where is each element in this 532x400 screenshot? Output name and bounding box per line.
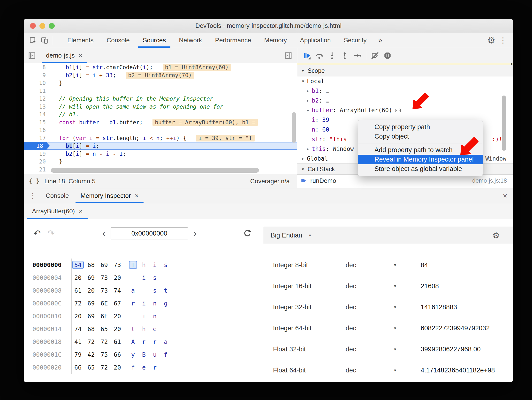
- close-window-button[interactable]: [30, 23, 36, 29]
- next-page-icon[interactable]: ›: [193, 228, 197, 239]
- step-over-icon[interactable]: [313, 50, 326, 61]
- refresh-icon[interactable]: [243, 229, 252, 238]
- tab-elements[interactable]: Elements: [61, 33, 100, 48]
- hex-byte[interactable]: 61: [114, 338, 127, 346]
- main-menu-kebab-icon[interactable]: ⋮: [497, 35, 509, 46]
- step-out-icon[interactable]: [338, 50, 351, 61]
- code-line[interactable]: 16: [24, 126, 297, 134]
- close-file-tab-icon[interactable]: ×: [78, 52, 82, 59]
- line-number[interactable]: 14: [24, 111, 50, 119]
- scope-variable-b2[interactable]: ▶b2: …: [297, 96, 513, 105]
- hex-byte[interactable]: 73: [114, 261, 127, 269]
- tab-console[interactable]: Console: [100, 33, 136, 48]
- tab-sources[interactable]: Sources: [136, 33, 172, 48]
- previous-page-icon[interactable]: ‹: [102, 228, 105, 239]
- ascii-char[interactable]: r: [153, 363, 164, 371]
- redo-icon[interactable]: ↷: [47, 229, 55, 238]
- line-number[interactable]: 16: [24, 126, 50, 134]
- ascii-char[interactable]: [164, 312, 175, 320]
- tab-security[interactable]: Security: [337, 33, 373, 48]
- device-toolbar-icon[interactable]: [39, 35, 50, 46]
- code-line[interactable]: 9 b2[i] = i + 33;b2 = Uint8Array(70): [24, 71, 297, 79]
- radix-select[interactable]: dec: [346, 282, 394, 290]
- menu-item-store-object-as-global-variable[interactable]: Store object as global variable: [358, 164, 483, 174]
- minimize-window-button[interactable]: [39, 23, 45, 29]
- show-navigator-icon[interactable]: [26, 50, 38, 61]
- chevron-down-icon[interactable]: ▾: [394, 263, 421, 268]
- ascii-char[interactable]: f: [164, 351, 175, 359]
- tab-network[interactable]: Network: [172, 33, 208, 48]
- hex-byte[interactable]: 66: [114, 351, 127, 359]
- call-stack-frame[interactable]: runDemo demo-js.js:18: [297, 175, 513, 187]
- ascii-char[interactable]: [164, 363, 175, 371]
- line-number[interactable]: 17: [24, 134, 50, 142]
- ascii-char[interactable]: g: [164, 299, 175, 307]
- hide-debugger-sidebar-icon[interactable]: [282, 50, 294, 61]
- expand-triangle-icon[interactable]: ▶: [304, 147, 312, 151]
- code-editor[interactable]: 8 b1[i] = str.charCodeAt(i);b1 = Uint8Ar…: [24, 63, 297, 174]
- radix-select[interactable]: dec: [346, 261, 394, 269]
- code-line[interactable]: 15 const buffer = b1.buffer;buffer = Arr…: [24, 119, 297, 126]
- expand-triangle-icon[interactable]: ▶: [304, 89, 312, 93]
- chevron-down-icon[interactable]: ▾: [394, 347, 421, 352]
- chevron-down-icon[interactable]: ▾: [309, 233, 311, 238]
- scope-variable-b1[interactable]: ▶b1: …: [297, 86, 513, 96]
- resume-script-icon[interactable]: [301, 50, 313, 61]
- ascii-char[interactable]: n: [153, 312, 164, 320]
- code-line[interactable]: 11: [24, 87, 297, 95]
- inspector-tab-arraybuffer-60[interactable]: ArrayBuffer(60)×: [27, 203, 88, 219]
- line-number[interactable]: 21: [24, 166, 50, 174]
- line-number[interactable]: 9: [24, 71, 50, 79]
- hex-byte[interactable]: 20: [114, 274, 127, 282]
- line-number[interactable]: 15: [24, 119, 50, 126]
- ascii-char[interactable]: a: [131, 287, 142, 295]
- tab-application[interactable]: Application: [293, 33, 337, 48]
- scope-local-row[interactable]: ▼ Local: [297, 76, 513, 86]
- pretty-print-braces-icon[interactable]: { }: [29, 178, 39, 185]
- inspect-element-icon[interactable]: [27, 35, 39, 46]
- scope-variable-buffer[interactable]: ▶buffer: ArrayBuffer(60): [297, 105, 513, 115]
- ascii-char[interactable]: a: [164, 338, 175, 346]
- line-number[interactable]: 10: [24, 79, 50, 87]
- line-number[interactable]: 12: [24, 95, 50, 103]
- close-tab-icon[interactable]: ×: [135, 192, 138, 200]
- step-into-icon[interactable]: [326, 50, 338, 61]
- collapse-triangle-icon[interactable]: ▼: [299, 79, 307, 83]
- code-line[interactable]: 10 }: [24, 79, 297, 87]
- code-line[interactable]: 17 for (var i = str.length; i < n; ++i) …: [24, 134, 297, 142]
- drawer-tab-memory-inspector[interactable]: Memory Inspector×: [75, 188, 144, 203]
- expand-triangle-icon[interactable]: ▶: [304, 108, 312, 112]
- undo-icon[interactable]: ↶: [33, 229, 41, 238]
- pause-on-exceptions-icon[interactable]: [381, 50, 394, 61]
- ascii-char[interactable]: e: [153, 325, 164, 333]
- file-tab-demo-js[interactable]: demo-js.js ×: [41, 48, 87, 63]
- code-line[interactable]: 12 // Opening this buffer in the Memory …: [24, 95, 297, 103]
- endianness-select[interactable]: Big Endian: [271, 232, 302, 239]
- chevron-down-icon[interactable]: ▾: [394, 284, 421, 289]
- ascii-char[interactable]: s: [153, 274, 164, 282]
- line-number[interactable]: 11: [24, 87, 50, 95]
- code-line[interactable]: 14 // b1.: [24, 111, 297, 119]
- chevron-down-icon[interactable]: ▾: [394, 305, 421, 310]
- line-number[interactable]: 8: [24, 63, 50, 71]
- settings-gear-icon[interactable]: ⚙: [486, 35, 497, 46]
- tab-memory[interactable]: Memory: [258, 33, 293, 48]
- frame-location[interactable]: demo-js.js:18: [472, 177, 507, 184]
- sidebar-vertical-scrollbar[interactable]: [502, 96, 506, 151]
- close-tab-icon[interactable]: ×: [79, 207, 83, 215]
- line-number[interactable]: 20: [24, 158, 50, 166]
- code-line[interactable]: 20 }: [24, 158, 297, 166]
- horizontal-scrollbar[interactable]: [51, 168, 259, 173]
- memory-inspector-chip-icon[interactable]: [395, 107, 401, 114]
- line-number[interactable]: 13: [24, 103, 50, 111]
- chevron-down-icon[interactable]: ▾: [394, 326, 421, 331]
- code-line[interactable]: 18 b1[i] = i;: [24, 142, 297, 150]
- code-line[interactable]: 8 b1[i] = str.charCodeAt(i);b1 = Uint8Ar…: [24, 63, 297, 71]
- zoom-window-button[interactable]: [49, 23, 55, 29]
- hex-byte[interactable]: 20: [114, 325, 127, 333]
- expand-triangle-icon[interactable]: ▶: [299, 156, 307, 161]
- ascii-char[interactable]: s: [164, 261, 175, 269]
- step-icon[interactable]: [351, 50, 364, 61]
- close-drawer-icon[interactable]: ×: [503, 191, 507, 200]
- chevron-down-icon[interactable]: ▾: [394, 368, 421, 373]
